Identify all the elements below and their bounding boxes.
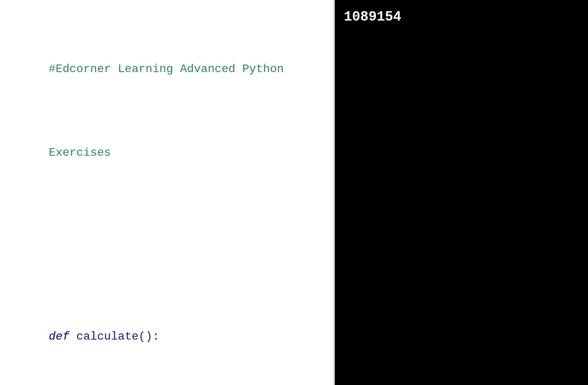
comment-text-2: Exercises [49,146,111,159]
comment-text-1: #Edcorner Learning Advanced Python [49,62,284,76]
blank-line-1 [7,212,326,228]
blank-line-2 [7,262,326,278]
code-panel: #Edcorner Learning Advanced Python Exerc… [0,0,335,385]
output-result: 1089154 [344,7,579,25]
code-content: #Edcorner Learning Advanced Python Exerc… [7,11,326,385]
def-rest: calculate(): [69,330,160,343]
def-line: def calculate(): [7,312,326,362]
comment-line: #Edcorner Learning Advanced Python [7,44,326,94]
def-keyword: def [49,330,69,343]
comment-line-2: Exercises [7,128,326,178]
output-panel: 1089154 [335,0,588,385]
